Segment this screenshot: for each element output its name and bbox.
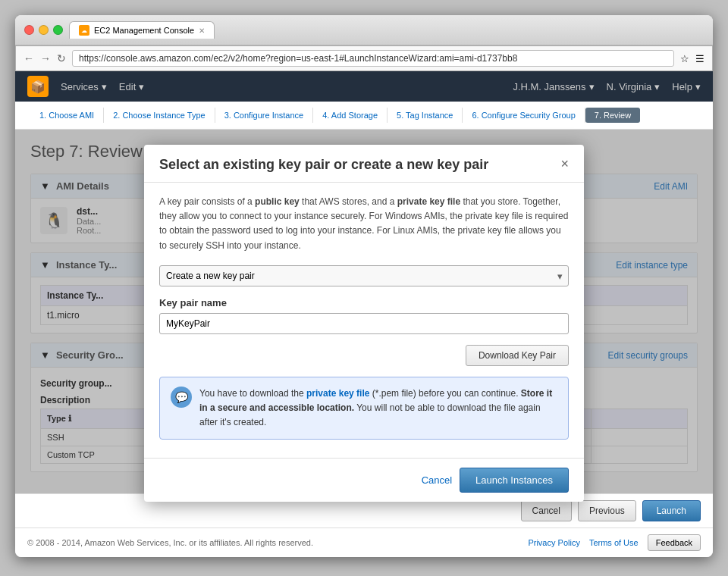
keypair-select-wrapper: Create a new key pair Choose an existing… — [159, 265, 569, 286]
info-text: You have to download the private key fil… — [199, 387, 557, 430]
help-nav[interactable]: Help ▾ — [672, 81, 701, 92]
wizard-step-2[interactable]: 2. Choose Instance Type — [104, 108, 215, 123]
previous-page-button[interactable]: Previous — [578, 500, 636, 521]
browser-window: ☁ EC2 Management Console ✕ ← → ↻ ☆ ☰ 📦 S… — [15, 15, 713, 557]
services-nav[interactable]: Services ▾ — [61, 81, 107, 92]
privacy-policy-link[interactable]: Privacy Policy — [528, 538, 579, 547]
services-label: Services — [61, 81, 99, 92]
modal-overlay: Select an existing key pair or create a … — [15, 130, 713, 493]
info-chat-icon: 💬 — [171, 387, 192, 408]
store-warning-bold: Store it in a secure and accessible loca… — [199, 388, 552, 413]
help-chevron-icon: ▾ — [695, 81, 701, 92]
main-content: Step 7: Review Instance Launch ▼ AMI Det… — [15, 130, 713, 493]
address-bar: ← → ↻ ☆ ☰ — [15, 45, 713, 71]
launch-page-button[interactable]: Launch — [642, 500, 701, 521]
forward-button[interactable]: → — [40, 52, 51, 64]
tab-favicon-icon: ☁ — [79, 25, 89, 36]
user-nav[interactable]: J.H.M. Janssens ▾ — [513, 81, 594, 92]
edit-chevron-icon: ▾ — [139, 81, 144, 92]
region-chevron-icon: ▾ — [654, 81, 660, 92]
edit-nav[interactable]: Edit ▾ — [119, 81, 144, 92]
tab-close-icon[interactable]: ✕ — [199, 27, 205, 35]
terms-link[interactable]: Terms of Use — [589, 538, 639, 547]
tab-bar: ☁ EC2 Management Console ✕ — [69, 21, 704, 39]
region-label: N. Virginia — [607, 81, 652, 92]
page-footer: © 2008 - 2014, Amazon Web Services, Inc.… — [15, 527, 713, 557]
download-btn-row: Download Key Pair — [159, 345, 569, 366]
browser-tab[interactable]: ☁ EC2 Management Console ✕ — [69, 21, 215, 39]
wizard-step-1[interactable]: 1. Choose AMI — [30, 108, 104, 123]
services-chevron-icon: ▾ — [102, 81, 107, 92]
wizard-step-4[interactable]: 4. Add Storage — [313, 108, 388, 123]
wizard-steps: 1. Choose AMI 2. Choose Instance Type 3.… — [15, 102, 713, 130]
wizard-step-7[interactable]: 7. Review — [585, 108, 640, 123]
user-label: J.H.M. Janssens — [513, 81, 585, 92]
minimize-traffic-light[interactable] — [39, 25, 49, 35]
keypair-name-group: Key pair name — [159, 297, 569, 334]
aws-header: 📦 Services ▾ Edit ▾ J.H.M. Janssens ▾ N.… — [15, 71, 713, 102]
bookmark-icon[interactable]: ☆ — [680, 53, 689, 64]
modal-description: A key pair consists of a public key that… — [159, 195, 569, 253]
modal-body: A key pair consists of a public key that… — [144, 183, 584, 458]
cancel-page-button[interactable]: Cancel — [521, 500, 572, 521]
region-nav[interactable]: N. Virginia ▾ — [607, 81, 661, 92]
user-chevron-icon: ▾ — [589, 81, 595, 92]
public-key-bold: public key — [255, 196, 300, 207]
modal-title: Select an existing key pair or create a … — [159, 157, 488, 173]
keypair-type-group: Create a new key pair Choose an existing… — [159, 265, 569, 286]
tab-title: EC2 Management Console — [94, 26, 194, 35]
edit-label: Edit — [119, 81, 136, 92]
footer-links: Privacy Policy Terms of Use — [528, 538, 638, 547]
back-button[interactable]: ← — [24, 52, 34, 64]
feedback-button[interactable]: Feedback — [648, 534, 701, 551]
url-input[interactable] — [72, 50, 674, 67]
close-traffic-light[interactable] — [24, 25, 34, 35]
modal-launch-button[interactable]: Launch Instances — [460, 468, 569, 493]
modal-cancel-button[interactable]: Cancel — [422, 474, 452, 486]
aws-logo-icon: 📦 — [27, 76, 49, 97]
keypair-name-input[interactable] — [159, 313, 569, 334]
private-key-link[interactable]: private key file — [306, 388, 369, 399]
keypair-name-label: Key pair name — [159, 297, 569, 308]
title-bar: ☁ EC2 Management Console ✕ — [15, 15, 713, 45]
keypair-type-select[interactable]: Create a new key pair Choose an existing… — [159, 265, 569, 286]
info-box: 💬 You have to download the private key f… — [159, 377, 569, 440]
refresh-button[interactable]: ↻ — [57, 52, 66, 64]
modal-header: Select an existing key pair or create a … — [144, 145, 584, 183]
wizard-step-6[interactable]: 6. Configure Security Group — [463, 108, 585, 123]
download-keypair-button[interactable]: Download Key Pair — [466, 345, 569, 366]
key-pair-modal: Select an existing key pair or create a … — [144, 145, 584, 502]
wizard-step-5[interactable]: 5. Tag Instance — [388, 108, 463, 123]
menu-icon[interactable]: ☰ — [695, 53, 704, 64]
footer-copyright: © 2008 - 2014, Amazon Web Services, Inc.… — [27, 538, 313, 547]
modal-close-button[interactable]: × — [560, 157, 569, 171]
help-label: Help — [672, 81, 692, 92]
traffic-lights — [24, 25, 63, 35]
aws-nav-right: J.H.M. Janssens ▾ N. Virginia ▾ Help ▾ — [513, 81, 701, 92]
modal-footer: Cancel Launch Instances — [144, 458, 584, 502]
wizard-step-3[interactable]: 3. Configure Instance — [215, 108, 314, 123]
maximize-traffic-light[interactable] — [53, 25, 63, 35]
private-key-bold: private key file — [397, 196, 460, 207]
